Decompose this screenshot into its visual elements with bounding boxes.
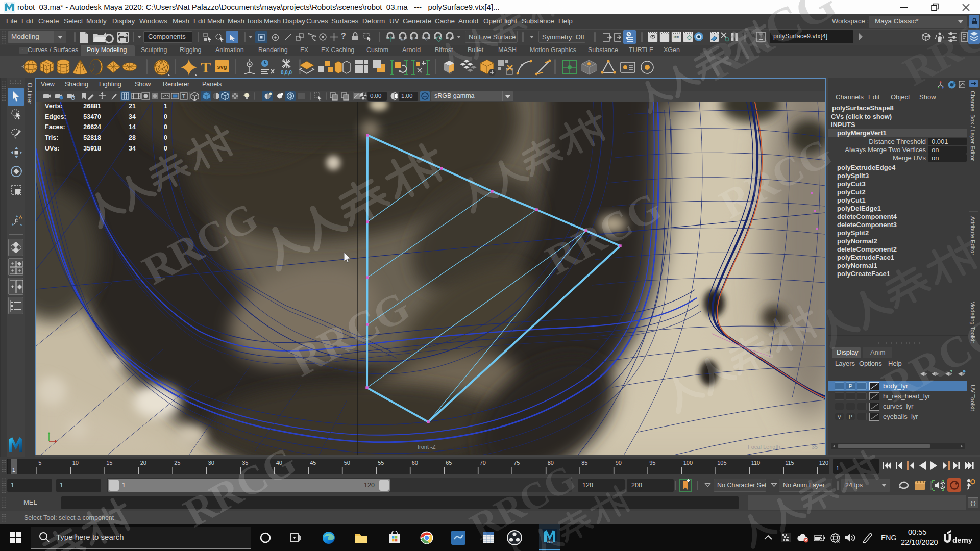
svg-text:MAYA: MAYA [547, 541, 553, 544]
svg-text:{;}: {;} [971, 500, 976, 506]
